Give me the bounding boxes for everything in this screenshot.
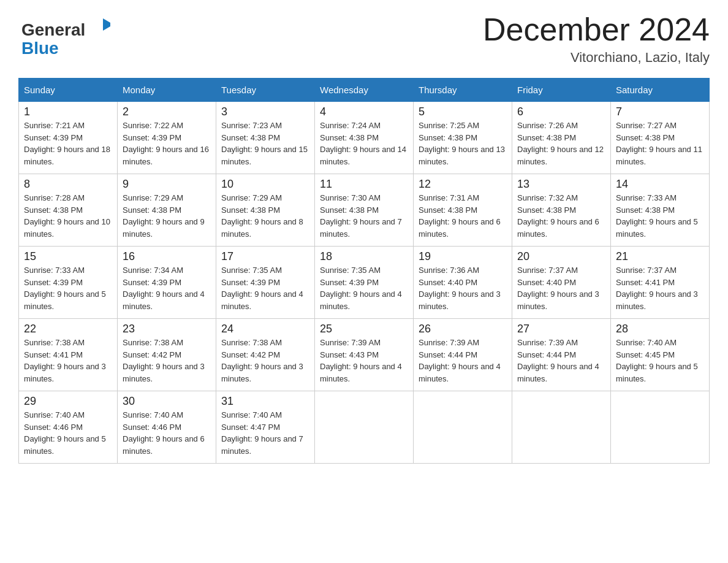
calendar-week-row: 22 Sunrise: 7:38 AMSunset: 4:41 PMDaylig…: [19, 319, 710, 391]
calendar-cell: 11 Sunrise: 7:30 AMSunset: 4:38 PMDaylig…: [315, 174, 414, 247]
day-info: Sunrise: 7:28 AMSunset: 4:38 PMDaylight:…: [24, 193, 110, 239]
calendar-cell: 8 Sunrise: 7:28 AMSunset: 4:38 PMDayligh…: [19, 174, 118, 247]
calendar-cell: [414, 391, 512, 464]
calendar-cell: 5 Sunrise: 7:25 AMSunset: 4:38 PMDayligh…: [414, 102, 512, 174]
calendar-cell: 27 Sunrise: 7:39 AMSunset: 4:44 PMDaylig…: [512, 319, 611, 391]
day-number: 11: [320, 178, 408, 191]
day-info: Sunrise: 7:39 AMSunset: 4:43 PMDaylight:…: [320, 338, 402, 383]
calendar-cell: 22 Sunrise: 7:38 AMSunset: 4:41 PMDaylig…: [19, 319, 118, 391]
day-number: 27: [517, 323, 605, 335]
day-of-week-thursday: Thursday: [414, 79, 512, 102]
calendar-header: SundayMondayTuesdayWednesdayThursdayFrid…: [19, 79, 710, 102]
day-info: Sunrise: 7:39 AMSunset: 4:44 PMDaylight:…: [419, 338, 501, 383]
day-number: 28: [616, 323, 704, 335]
day-info: Sunrise: 7:30 AMSunset: 4:38 PMDaylight:…: [320, 193, 402, 239]
day-number: 1: [24, 105, 112, 118]
calendar-cell: 7 Sunrise: 7:27 AMSunset: 4:38 PMDayligh…: [611, 102, 710, 174]
day-info: Sunrise: 7:37 AMSunset: 4:41 PMDaylight:…: [616, 266, 698, 311]
calendar-week-row: 29 Sunrise: 7:40 AMSunset: 4:46 PMDaylig…: [19, 391, 710, 464]
day-info: Sunrise: 7:35 AMSunset: 4:39 PMDaylight:…: [320, 266, 402, 311]
day-info: Sunrise: 7:32 AMSunset: 4:38 PMDaylight:…: [517, 193, 599, 239]
day-number: 4: [320, 105, 408, 118]
day-info: Sunrise: 7:39 AMSunset: 4:44 PMDaylight:…: [517, 338, 599, 383]
day-number: 10: [221, 178, 309, 191]
day-info: Sunrise: 7:35 AMSunset: 4:39 PMDaylight:…: [221, 266, 303, 311]
day-info: Sunrise: 7:37 AMSunset: 4:40 PMDaylight:…: [517, 266, 599, 311]
calendar-cell: 12 Sunrise: 7:31 AMSunset: 4:38 PMDaylig…: [414, 174, 512, 247]
day-number: 25: [320, 323, 408, 335]
day-number: 2: [123, 105, 211, 118]
day-number: 14: [616, 178, 704, 191]
calendar-cell: 18 Sunrise: 7:35 AMSunset: 4:39 PMDaylig…: [315, 247, 414, 319]
location: Vitorchiano, Lazio, Italy: [483, 50, 710, 66]
day-of-week-sunday: Sunday: [19, 79, 118, 102]
calendar-week-row: 15 Sunrise: 7:33 AMSunset: 4:39 PMDaylig…: [19, 247, 710, 319]
logo-svg: General Blue: [18, 12, 110, 58]
calendar-cell: 23 Sunrise: 7:38 AMSunset: 4:42 PMDaylig…: [118, 319, 216, 391]
day-info: Sunrise: 7:26 AMSunset: 4:38 PMDaylight:…: [517, 121, 604, 166]
calendar-cell: 2 Sunrise: 7:22 AMSunset: 4:39 PMDayligh…: [118, 102, 216, 174]
day-number: 6: [517, 105, 605, 118]
day-number: 8: [24, 178, 112, 191]
day-info: Sunrise: 7:22 AMSunset: 4:39 PMDaylight:…: [123, 121, 209, 166]
calendar-cell: 29 Sunrise: 7:40 AMSunset: 4:46 PMDaylig…: [19, 391, 118, 464]
day-number: 15: [24, 250, 112, 263]
calendar-cell: 15 Sunrise: 7:33 AMSunset: 4:39 PMDaylig…: [19, 247, 118, 319]
day-info: Sunrise: 7:33 AMSunset: 4:38 PMDaylight:…: [616, 193, 698, 239]
day-number: 22: [24, 323, 112, 335]
day-number: 3: [221, 105, 309, 118]
day-number: 30: [123, 395, 211, 408]
svg-marker-1: [103, 18, 110, 31]
day-number: 9: [123, 178, 211, 191]
calendar-cell: 24 Sunrise: 7:38 AMSunset: 4:42 PMDaylig…: [216, 319, 315, 391]
calendar-cell: 16 Sunrise: 7:34 AMSunset: 4:39 PMDaylig…: [118, 247, 216, 319]
day-info: Sunrise: 7:27 AMSunset: 4:38 PMDaylight:…: [616, 121, 702, 166]
day-info: Sunrise: 7:36 AMSunset: 4:40 PMDaylight:…: [419, 266, 501, 311]
calendar-cell: 3 Sunrise: 7:23 AMSunset: 4:38 PMDayligh…: [216, 102, 315, 174]
calendar-body: 1 Sunrise: 7:21 AMSunset: 4:39 PMDayligh…: [19, 102, 710, 464]
day-of-week-tuesday: Tuesday: [216, 79, 315, 102]
svg-text:General: General: [21, 20, 85, 39]
day-info: Sunrise: 7:29 AMSunset: 4:38 PMDaylight:…: [221, 193, 303, 239]
calendar-cell: [315, 391, 414, 464]
day-number: 18: [320, 250, 408, 263]
day-number: 17: [221, 250, 309, 263]
day-number: 13: [517, 178, 605, 191]
calendar-cell: 19 Sunrise: 7:36 AMSunset: 4:40 PMDaylig…: [414, 247, 512, 319]
day-number: 19: [419, 250, 507, 263]
day-number: 23: [123, 323, 211, 335]
calendar-cell: 31 Sunrise: 7:40 AMSunset: 4:47 PMDaylig…: [216, 391, 315, 464]
calendar-cell: [611, 391, 710, 464]
day-number: 24: [221, 323, 309, 335]
day-number: 29: [24, 395, 112, 408]
day-of-week-saturday: Saturday: [611, 79, 710, 102]
calendar-week-row: 8 Sunrise: 7:28 AMSunset: 4:38 PMDayligh…: [19, 174, 710, 247]
calendar-cell: 14 Sunrise: 7:33 AMSunset: 4:38 PMDaylig…: [611, 174, 710, 247]
day-number: 31: [221, 395, 309, 408]
month-title: December 2024: [483, 12, 710, 47]
calendar-cell: 28 Sunrise: 7:40 AMSunset: 4:45 PMDaylig…: [611, 319, 710, 391]
day-number: 26: [419, 323, 507, 335]
calendar-table: SundayMondayTuesdayWednesdayThursdayFrid…: [18, 78, 710, 464]
day-number: 7: [616, 105, 704, 118]
title-block: December 2024 Vitorchiano, Lazio, Italy: [483, 12, 710, 66]
day-header-row: SundayMondayTuesdayWednesdayThursdayFrid…: [19, 79, 710, 102]
day-info: Sunrise: 7:34 AMSunset: 4:39 PMDaylight:…: [123, 266, 205, 311]
calendar-cell: 20 Sunrise: 7:37 AMSunset: 4:40 PMDaylig…: [512, 247, 611, 319]
day-info: Sunrise: 7:24 AMSunset: 4:38 PMDaylight:…: [320, 121, 406, 166]
day-info: Sunrise: 7:40 AMSunset: 4:46 PMDaylight:…: [123, 410, 205, 456]
calendar-cell: 21 Sunrise: 7:37 AMSunset: 4:41 PMDaylig…: [611, 247, 710, 319]
day-number: 21: [616, 250, 704, 263]
calendar-cell: 10 Sunrise: 7:29 AMSunset: 4:38 PMDaylig…: [216, 174, 315, 247]
day-of-week-wednesday: Wednesday: [315, 79, 414, 102]
day-info: Sunrise: 7:40 AMSunset: 4:47 PMDaylight:…: [221, 410, 303, 456]
calendar-cell: 13 Sunrise: 7:32 AMSunset: 4:38 PMDaylig…: [512, 174, 611, 247]
svg-text:Blue: Blue: [21, 39, 59, 58]
day-info: Sunrise: 7:38 AMSunset: 4:42 PMDaylight:…: [123, 338, 205, 383]
day-info: Sunrise: 7:38 AMSunset: 4:41 PMDaylight:…: [24, 338, 106, 383]
calendar-cell: 4 Sunrise: 7:24 AMSunset: 4:38 PMDayligh…: [315, 102, 414, 174]
day-info: Sunrise: 7:21 AMSunset: 4:39 PMDaylight:…: [24, 121, 110, 166]
day-info: Sunrise: 7:31 AMSunset: 4:38 PMDaylight:…: [419, 193, 501, 239]
day-info: Sunrise: 7:33 AMSunset: 4:39 PMDaylight:…: [24, 266, 106, 311]
day-info: Sunrise: 7:40 AMSunset: 4:46 PMDaylight:…: [24, 410, 106, 456]
